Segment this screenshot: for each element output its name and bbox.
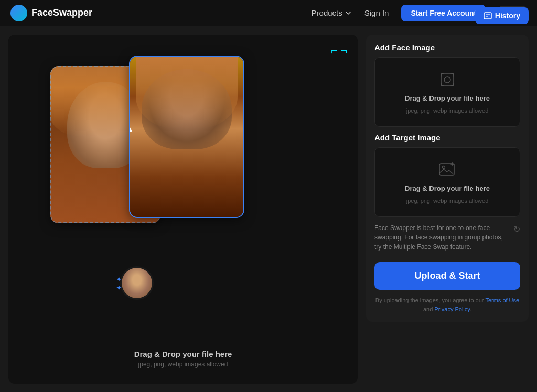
- terms-of-use-link[interactable]: Terms of Use: [485, 297, 519, 303]
- left-drop-title: Drag & Drop your file here: [134, 350, 232, 358]
- terms-text: By uploading the images, you agree to ou…: [374, 296, 520, 313]
- photo-man: [130, 57, 243, 217]
- logo-text: FaceSwapper: [31, 7, 92, 18]
- history-label: History: [495, 12, 520, 20]
- svg-point-15: [443, 166, 445, 169]
- svg-marker-0: [129, 127, 133, 132]
- logo-icon: [10, 5, 27, 21]
- right-card: Add Face Image Drag: [366, 35, 529, 322]
- face-image-section: Add Face Image Drag: [374, 43, 520, 127]
- face-drop-subtitle: jpeg, png, webp images allowed: [406, 107, 489, 114]
- photo-card-right: [129, 56, 244, 218]
- navbar: FaceSwapper Products Sign In Start Free …: [0, 0, 537, 26]
- face-thumbnail: [120, 266, 154, 300]
- target-image-title: Add Target Image: [374, 133, 520, 142]
- terms-mid: and: [423, 306, 434, 312]
- privacy-policy-link[interactable]: Privacy Policy: [434, 306, 470, 312]
- scan-icon: [438, 70, 457, 89]
- products-label: Products: [312, 8, 342, 17]
- upload-start-button[interactable]: Upload & Start: [374, 262, 520, 290]
- sparkle-dots: ✦ ✦: [116, 275, 124, 292]
- terms-before: By uploading the images, you agree to ou…: [375, 297, 486, 303]
- svg-point-5: [444, 77, 450, 83]
- left-drop-subtitle: jpeg, png, webp images allowed: [134, 361, 232, 368]
- face-drop-title: Drag & Drop your file here: [405, 94, 490, 102]
- refresh-icon[interactable]: ↻: [513, 224, 520, 234]
- logo-area: FaceSwapper: [10, 5, 303, 21]
- svg-rect-1: [484, 13, 491, 19]
- history-icon: [484, 12, 492, 20]
- demo-images-area: ⌐ ¬ ✦ ✦: [8, 35, 358, 342]
- target-drop-title: Drag & Drop your file here: [405, 184, 490, 192]
- face-image-drop-zone[interactable]: Drag & Drop your file here jpeg, png, we…: [374, 57, 520, 127]
- left-panel[interactable]: ⌐ ¬ ✦ ✦ Drag & Drop your file here jpeg,…: [8, 35, 358, 384]
- image-plus-icon: [438, 160, 457, 179]
- main-area: ⌐ ¬ ✦ ✦ Drag & Drop your file here jpeg,…: [0, 26, 537, 392]
- start-free-account-button[interactable]: Start Free Account: [401, 5, 486, 21]
- target-drop-subtitle: jpeg, png, webp images allowed: [406, 198, 489, 204]
- corner-accent-icon: ⌐ ¬: [330, 45, 347, 57]
- info-row: Face Swapper is best for one-to-one face…: [374, 223, 520, 256]
- history-button[interactable]: History: [475, 7, 529, 24]
- target-image-drop-zone[interactable]: Drag & Drop your file here jpeg, png, we…: [374, 147, 520, 217]
- chevron-down-icon: [345, 9, 352, 17]
- left-drop-zone[interactable]: Drag & Drop your file here jpeg, png, we…: [134, 350, 232, 368]
- nav-products-button[interactable]: Products: [312, 8, 352, 17]
- face-image-title: Add Face Image: [374, 43, 520, 52]
- signin-button[interactable]: Sign In: [364, 8, 389, 17]
- svg-rect-4: [441, 73, 454, 86]
- right-panel: History Add Face Image: [366, 35, 529, 384]
- target-image-section: Add Target Image Drag & Drop your file h…: [374, 133, 520, 217]
- terms-end: .: [470, 306, 471, 312]
- info-text: Face Swapper is best for one-to-one face…: [374, 223, 508, 252]
